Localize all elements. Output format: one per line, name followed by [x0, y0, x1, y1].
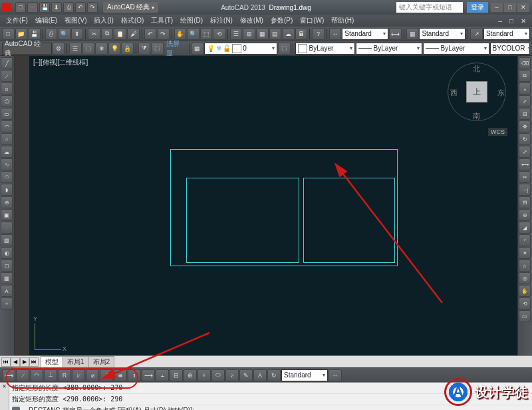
color-combo[interactable]: ByLayer [295, 43, 355, 55]
menu-insert[interactable]: 插入(I) [90, 15, 116, 26]
menu-parametric[interactable]: 参数(P) [267, 15, 296, 26]
match-icon[interactable]: 🖌 [127, 28, 140, 40]
minimize-button[interactable]: – [491, 3, 503, 12]
drawn-rect-inner-right[interactable] [303, 178, 395, 263]
markup-icon[interactable]: ☁ [282, 28, 295, 40]
circle-icon[interactable]: ○ [1, 133, 13, 145]
cut-icon[interactable]: ✂ [88, 28, 100, 40]
spline-icon[interactable]: ∿ [1, 158, 13, 170]
polygon-icon[interactable]: ⬠ [1, 95, 13, 107]
close-button[interactable]: ✕ [517, 3, 529, 12]
login-button[interactable]: 登录 [467, 2, 488, 13]
open-file-icon[interactable]: 📁 [15, 28, 28, 40]
xline-icon[interactable]: ⟋ [1, 70, 13, 82]
cmdline-close-icon[interactable]: × [0, 383, 9, 410]
tablestyle-icon[interactable]: ▦ [406, 28, 419, 40]
dimbaseline-icon[interactable]: ⫾ [128, 369, 141, 381]
menu-help[interactable]: 帮助(H) [328, 15, 357, 26]
mtext-icon[interactable]: A [1, 285, 13, 297]
help-icon[interactable]: ? [312, 28, 325, 40]
new-file-icon[interactable]: □ [2, 28, 15, 40]
hatch-icon[interactable]: ▨ [1, 234, 13, 246]
command-input[interactable]: ▸ RECTANG 指定另一个角点或 [面积(A) 尺寸(D) 旋转(R)]: [9, 405, 532, 410]
tab-layout1[interactable]: 布局1 [63, 356, 89, 368]
tab-model[interactable]: 模型 [41, 356, 63, 368]
mirror-icon[interactable]: ⟁ [519, 83, 531, 95]
layer-combo[interactable]: 💡❄🔓0 [204, 43, 277, 55]
menu-draw[interactable]: 绘图(D) [177, 15, 206, 26]
layer-lock-icon[interactable]: 🔒 [121, 43, 134, 55]
nav-wheel-icon[interactable]: ◎ [519, 272, 531, 284]
plotstyle-combo[interactable]: BYCOLOR [490, 43, 530, 55]
maximize-button[interactable]: □ [504, 3, 516, 12]
preview-icon[interactable]: 🔍 [58, 28, 70, 40]
scale-icon[interactable]: ⤢ [519, 146, 531, 158]
menu-file[interactable]: 文件(F) [3, 15, 31, 26]
insert-icon[interactable]: ⊕ [1, 196, 13, 208]
dimdiameter-icon[interactable]: ⌀ [86, 369, 99, 381]
dimstyle-icon[interactable]: ↔ [329, 28, 342, 40]
viewcube-north[interactable]: 北 [473, 64, 480, 74]
layer-cleanscreen-icon[interactable]: ⬚ [151, 43, 164, 55]
trim-icon[interactable]: ✂ [519, 171, 531, 183]
join-icon[interactable]: ⊕ [519, 209, 531, 221]
layer-states-icon[interactable]: ⬚ [82, 43, 95, 55]
plot-button-icon[interactable]: ⎙ [45, 28, 58, 40]
addselect-icon[interactable]: + [1, 298, 13, 309]
layer-manager-icon[interactable]: ▦ [192, 43, 204, 55]
paste-icon[interactable]: 📋 [114, 28, 126, 40]
layer-props-icon[interactable]: ☰ [69, 43, 82, 55]
publish-icon[interactable]: ⬆ [71, 28, 84, 40]
dimtedit-icon[interactable]: A [253, 369, 267, 381]
dimbreak-icon[interactable]: ⊟ [170, 369, 183, 381]
diminspect-icon[interactable]: ⬭ [211, 369, 225, 381]
linetype-combo[interactable]: ByLayer [356, 43, 422, 55]
dimarc-icon[interactable]: ◠ [30, 369, 43, 381]
layer-make-icon[interactable]: ⬚ [278, 43, 291, 55]
copy-icon[interactable]: ⧉ [101, 28, 114, 40]
save-file-icon[interactable]: 💾 [28, 28, 41, 40]
tolerance-icon[interactable]: ⊕ [184, 369, 197, 381]
dimupdate-icon[interactable]: ↻ [267, 369, 281, 381]
workspace-dropdown[interactable]: AutoCAD 经典 [103, 2, 158, 13]
menu-format[interactable]: 格式(O) [118, 15, 147, 26]
calc-icon[interactable]: 🖩 [295, 28, 308, 40]
viewport-label[interactable]: [–][俯视][二维线框] [33, 58, 88, 67]
dimlinear-icon[interactable]: ⟷ [2, 369, 15, 381]
undo-button-icon[interactable]: ↶ [144, 28, 157, 40]
nav-orbit-icon[interactable]: ⟲ [519, 298, 531, 309]
layer-freeze-icon[interactable]: ❄ [95, 43, 108, 55]
tab-first-icon[interactable]: ⏮ [1, 357, 11, 367]
mleaderstyle-icon[interactable]: ↗ [470, 28, 483, 40]
new-icon[interactable]: □ [15, 2, 26, 13]
array-icon[interactable]: ⊞ [519, 108, 531, 120]
layer-off-icon[interactable]: 💡 [108, 43, 121, 55]
nav-home-icon[interactable]: ⌂ [519, 260, 531, 272]
menu-tools[interactable]: 工具(T) [148, 15, 176, 26]
table-icon[interactable]: ▦ [1, 272, 13, 284]
nav-show-icon[interactable]: ▭ [519, 310, 531, 322]
doc-restore-icon[interactable]: □ [506, 17, 517, 25]
dimspace-icon[interactable]: ⫠ [156, 369, 169, 381]
dimstyle-combo[interactable]: Standard [281, 369, 328, 381]
tab-last-icon[interactable]: ⏭ [29, 357, 39, 367]
open-icon[interactable]: ⋯ [27, 2, 38, 13]
layer-filter-icon[interactable]: ⧩ [138, 43, 151, 55]
doc-minimize-icon[interactable]: – [495, 17, 505, 25]
point-icon[interactable]: · [1, 222, 13, 234]
move-icon[interactable]: ✥ [519, 120, 531, 132]
viewcube-east[interactable]: 东 [497, 88, 505, 98]
workspace-settings-icon[interactable]: ⚙ [53, 43, 65, 55]
pline-icon[interactable]: ⩍ [1, 83, 13, 95]
qdim-icon[interactable]: ⩩ [114, 369, 127, 381]
dimstyle-manager-icon[interactable]: ↔ [329, 369, 342, 381]
arc-icon[interactable]: ◠ [1, 120, 13, 132]
extend-icon[interactable]: →| [519, 184, 531, 196]
viewcube-south[interactable]: 南 [473, 111, 480, 121]
drawing-canvas[interactable]: [–][俯视][二维线框] 北 南 东 西 上 WCS Y X [29, 56, 517, 355]
centermark-icon[interactable]: + [198, 369, 211, 381]
plot-icon[interactable]: ⎙ [63, 2, 74, 13]
designcenter-icon[interactable]: ⊞ [243, 28, 255, 40]
viewcube-top[interactable]: 上 [466, 81, 487, 102]
redo-icon[interactable]: ↷ [87, 2, 98, 13]
